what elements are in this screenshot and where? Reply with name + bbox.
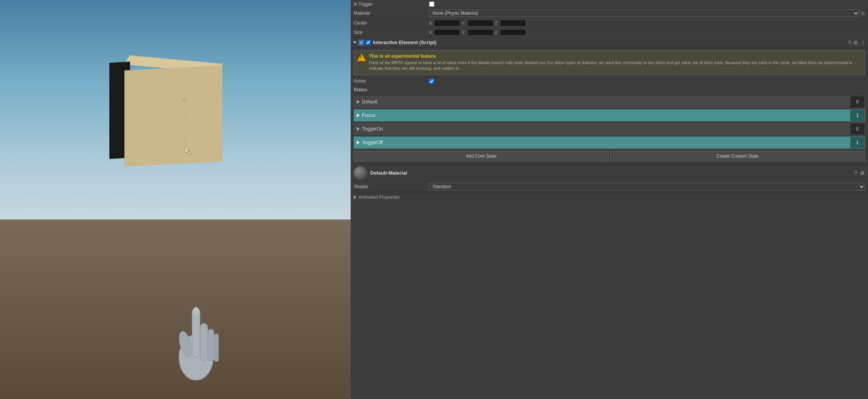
center-values: X 0 Y 0 Z 0 (429, 20, 865, 26)
divider-1 (351, 164, 868, 164)
state-value-focus: 1 (850, 109, 865, 121)
warning-body: Parts of the MRTK appear to have a lot o… (369, 60, 862, 72)
3d-cube (109, 57, 222, 170)
material-gear-icon[interactable]: ⚙ (860, 170, 865, 176)
shader-value-wrap: Standard (429, 183, 865, 190)
bottom-expand-label: Animated Properties (359, 195, 400, 200)
state-triangle-focus (357, 114, 360, 117)
component-hash-icon: # (358, 40, 364, 46)
inspector-panel: Is Trigger Material None (Physic Materia… (351, 0, 868, 399)
center-z-label: Z (495, 21, 498, 25)
center-label: Center (354, 20, 429, 26)
component-collapse-triangle[interactable] (353, 41, 357, 44)
state-row-default: Default 0 (354, 96, 865, 108)
state-value-toggleon: 0 (850, 123, 865, 135)
states-list: Default 0 Focus 1 ToggleOn 0 ToggleOff (351, 96, 868, 149)
state-row-toggleon: ToggleOn 0 (354, 123, 865, 135)
state-value-toggleoff: 1 (850, 137, 865, 149)
warning-triangle-icon (357, 54, 366, 61)
component-header-icons: ? ⚙ ⋮ (848, 40, 866, 46)
states-section-header: States (351, 86, 868, 94)
warning-title: This is an experimental feature. (369, 54, 862, 59)
active-label: Active (354, 78, 429, 84)
state-triangle-toggleoff (357, 141, 360, 144)
svg-rect-2 (201, 324, 207, 361)
material-action-icons: ? ⚙ (854, 170, 865, 176)
svg-rect-1 (192, 308, 200, 358)
svg-point-6 (193, 307, 199, 315)
scene-viewport: ↖ (0, 0, 351, 399)
is-trigger-label: Is Trigger (354, 2, 429, 7)
hand-cursor (173, 278, 219, 384)
mouse-cursor: ↖ (185, 147, 192, 157)
size-values: X 1 Y 1 Z 1 (429, 29, 865, 36)
default-material-row: Default-Material ? ⚙ (351, 165, 868, 182)
svg-rect-4 (214, 334, 219, 361)
center-row: Center X 0 Y 0 Z 0 (351, 18, 868, 28)
state-label-default: Default (362, 99, 377, 104)
center-x-input[interactable]: 0 (434, 20, 460, 26)
material-info: Default-Material (370, 170, 854, 176)
material-sphere-preview (354, 166, 367, 180)
interactive-element-header: # Interactive Element (Script) ? ⚙ ⋮ (351, 37, 868, 48)
svg-rect-3 (208, 329, 214, 361)
component-enabled-checkbox[interactable] (366, 40, 371, 45)
cube-front-face (124, 65, 222, 167)
shader-select[interactable]: Standard (429, 183, 865, 190)
component-title: Interactive Element (Script) (373, 40, 848, 45)
material-label: Material (354, 11, 429, 16)
is-trigger-value (429, 2, 865, 7)
component-settings-icon[interactable]: ⚙ (853, 40, 858, 46)
state-label-toggleoff: ToggleOff (362, 140, 383, 145)
size-z-input[interactable]: 1 (500, 29, 526, 36)
size-z-label: Z (495, 30, 498, 35)
center-y-input[interactable]: 0 (467, 20, 494, 26)
state-label-toggleon: ToggleOn (362, 126, 383, 132)
state-row-focus: Focus 1 (354, 109, 865, 121)
experimental-warning-box: This is an experimental feature. Parts o… (354, 50, 865, 75)
state-btn-focus[interactable]: Focus (354, 109, 850, 121)
bottom-expand-triangle (354, 195, 356, 199)
size-label: Size (354, 30, 429, 35)
center-x-label: X (429, 21, 432, 25)
material-value-wrap: None (Physic Material) ⊙ (429, 9, 865, 17)
material-select-icon[interactable]: ⊙ (861, 11, 865, 16)
size-y-input[interactable]: 1 (467, 29, 494, 36)
center-y-label: Y (462, 21, 465, 25)
size-x-label: X (429, 30, 432, 35)
material-name: Default-Material (370, 170, 854, 176)
state-triangle-default (357, 100, 360, 104)
state-row-toggleoff: ToggleOff 1 (354, 137, 865, 149)
active-row: Active (351, 77, 868, 86)
state-label-focus: Focus (362, 112, 375, 118)
is-trigger-checkbox[interactable] (429, 2, 434, 7)
size-row: Size X 1 Y 1 Z 1 (351, 28, 868, 37)
state-btn-toggleon[interactable]: ToggleOn (354, 123, 850, 135)
material-select[interactable]: None (Physic Material) (429, 9, 859, 17)
is-trigger-row: Is Trigger (351, 0, 868, 8)
state-triangle-toggleon (357, 127, 360, 131)
size-y-label: Y (462, 30, 465, 35)
material-row: Material None (Physic Material) ⊙ (351, 8, 868, 18)
shader-row: Shader Standard (351, 182, 868, 192)
state-btn-default[interactable]: Default (354, 96, 850, 108)
warning-text: This is an experimental feature. Parts o… (369, 54, 862, 72)
add-core-state-button[interactable]: Add Core State (354, 151, 609, 161)
warning-icon (357, 54, 366, 63)
size-x-input[interactable]: 1 (434, 29, 460, 36)
component-more-icon[interactable]: ⋮ (860, 40, 866, 46)
bottom-expand-row[interactable]: Animated Properties (351, 192, 868, 202)
state-btn-toggleoff[interactable]: ToggleOff (354, 137, 850, 149)
shader-label: Shader (354, 184, 429, 189)
active-checkbox[interactable] (429, 79, 434, 84)
component-help-icon[interactable]: ? (848, 40, 851, 46)
center-z-input[interactable]: 0 (500, 20, 526, 26)
state-value-default: 0 (850, 96, 865, 108)
material-help-icon[interactable]: ? (854, 170, 857, 176)
create-custom-state-button[interactable]: Create Custom State (610, 151, 865, 161)
state-action-buttons: Add Core State Create Custom State (354, 151, 865, 161)
